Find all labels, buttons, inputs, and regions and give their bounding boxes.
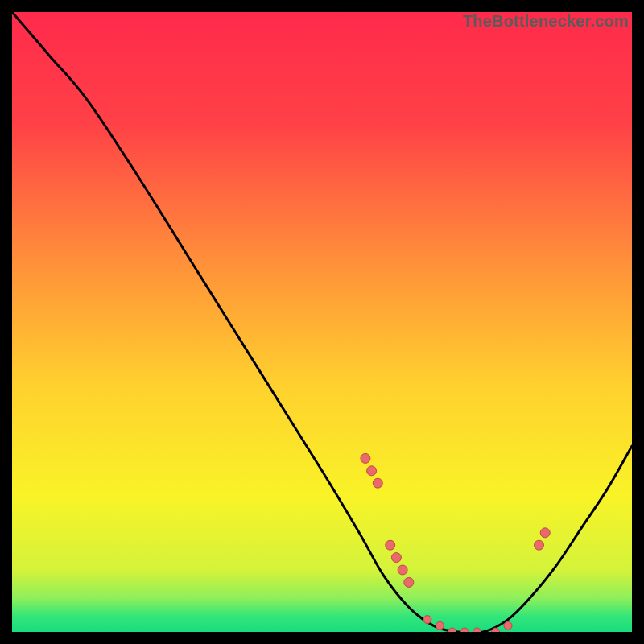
data-marker bbox=[398, 565, 407, 575]
data-marker bbox=[361, 453, 370, 463]
data-marker bbox=[423, 616, 431, 624]
data-marker bbox=[504, 621, 512, 630]
data-marker bbox=[540, 528, 550, 538]
data-marker bbox=[391, 553, 401, 563]
watermark-label: TheBottlenecker.com bbox=[463, 12, 629, 31]
data-marker bbox=[535, 540, 544, 550]
data-marker bbox=[404, 577, 414, 587]
data-marker bbox=[373, 478, 382, 488]
chart-frame: TheBottlenecker.com bbox=[12, 12, 632, 632]
bottleneck-chart bbox=[12, 12, 632, 632]
data-marker bbox=[386, 540, 395, 550]
data-marker bbox=[436, 621, 444, 630]
gradient-background bbox=[12, 12, 632, 632]
data-marker bbox=[367, 466, 377, 476]
